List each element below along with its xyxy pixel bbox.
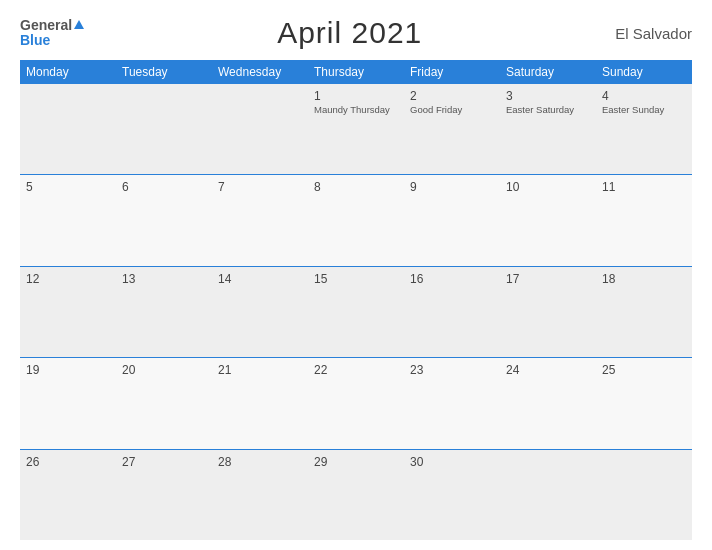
calendar-grid: Monday Tuesday Wednesday Thursday Friday… — [20, 60, 692, 540]
country-label: El Salvador — [615, 25, 692, 42]
day-number: 6 — [122, 180, 206, 194]
day-cell-1-2 — [116, 84, 212, 174]
day-cell-2-4: 8 — [308, 175, 404, 265]
weeks-container: 1Maundy Thursday2Good Friday3Easter Satu… — [20, 84, 692, 540]
day-cell-4-7: 25 — [596, 358, 692, 448]
day-cell-4-2: 20 — [116, 358, 212, 448]
day-cell-5-3: 28 — [212, 450, 308, 540]
day-cell-2-5: 9 — [404, 175, 500, 265]
holiday-name: Easter Saturday — [506, 104, 590, 115]
day-cell-3-1: 12 — [20, 267, 116, 357]
header-wednesday: Wednesday — [212, 60, 308, 84]
day-number: 15 — [314, 272, 398, 286]
day-cell-5-6 — [500, 450, 596, 540]
day-cell-1-4: 1Maundy Thursday — [308, 84, 404, 174]
day-number: 24 — [506, 363, 590, 377]
header-friday: Friday — [404, 60, 500, 84]
day-cell-4-5: 23 — [404, 358, 500, 448]
calendar-container: General Blue April 2021 El Salvador Mond… — [0, 0, 712, 550]
day-cell-1-6: 3Easter Saturday — [500, 84, 596, 174]
holiday-name: Good Friday — [410, 104, 494, 115]
day-number: 27 — [122, 455, 206, 469]
day-cell-3-2: 13 — [116, 267, 212, 357]
day-cell-2-1: 5 — [20, 175, 116, 265]
day-cell-4-6: 24 — [500, 358, 596, 448]
day-cell-5-5: 30 — [404, 450, 500, 540]
day-cell-5-7 — [596, 450, 692, 540]
day-cell-3-7: 18 — [596, 267, 692, 357]
day-cell-2-7: 11 — [596, 175, 692, 265]
day-number: 12 — [26, 272, 110, 286]
day-number: 26 — [26, 455, 110, 469]
day-cell-1-7: 4Easter Sunday — [596, 84, 692, 174]
day-cell-1-5: 2Good Friday — [404, 84, 500, 174]
month-title: April 2021 — [277, 16, 422, 50]
day-number: 3 — [506, 89, 590, 103]
logo: General Blue — [20, 18, 84, 49]
day-number: 11 — [602, 180, 686, 194]
day-number: 20 — [122, 363, 206, 377]
day-number: 29 — [314, 455, 398, 469]
header-tuesday: Tuesday — [116, 60, 212, 84]
day-cell-4-1: 19 — [20, 358, 116, 448]
day-cell-1-1 — [20, 84, 116, 174]
day-cell-3-5: 16 — [404, 267, 500, 357]
logo-triangle-icon — [74, 20, 84, 29]
day-cell-2-6: 10 — [500, 175, 596, 265]
day-number: 17 — [506, 272, 590, 286]
logo-blue-text: Blue — [20, 33, 84, 48]
day-cell-3-3: 14 — [212, 267, 308, 357]
day-cell-3-6: 17 — [500, 267, 596, 357]
day-cell-2-2: 6 — [116, 175, 212, 265]
calendar-header: General Blue April 2021 El Salvador — [20, 16, 692, 50]
header-monday: Monday — [20, 60, 116, 84]
day-number: 21 — [218, 363, 302, 377]
week-row-3: 12131415161718 — [20, 267, 692, 358]
day-number: 1 — [314, 89, 398, 103]
week-row-1: 1Maundy Thursday2Good Friday3Easter Satu… — [20, 84, 692, 175]
day-cell-1-3 — [212, 84, 308, 174]
day-number: 10 — [506, 180, 590, 194]
logo-general-text: General — [20, 18, 72, 33]
day-number: 18 — [602, 272, 686, 286]
day-number: 4 — [602, 89, 686, 103]
day-number: 16 — [410, 272, 494, 286]
week-row-4: 19202122232425 — [20, 358, 692, 449]
day-headers-row: Monday Tuesday Wednesday Thursday Friday… — [20, 60, 692, 84]
day-cell-4-3: 21 — [212, 358, 308, 448]
day-cell-5-1: 26 — [20, 450, 116, 540]
day-number: 13 — [122, 272, 206, 286]
day-number: 23 — [410, 363, 494, 377]
day-cell-5-4: 29 — [308, 450, 404, 540]
holiday-name: Maundy Thursday — [314, 104, 398, 115]
week-row-5: 2627282930 — [20, 450, 692, 540]
day-number: 19 — [26, 363, 110, 377]
day-number: 2 — [410, 89, 494, 103]
day-number: 9 — [410, 180, 494, 194]
day-number: 28 — [218, 455, 302, 469]
header-saturday: Saturday — [500, 60, 596, 84]
day-cell-3-4: 15 — [308, 267, 404, 357]
week-row-2: 567891011 — [20, 175, 692, 266]
day-number: 8 — [314, 180, 398, 194]
day-number: 30 — [410, 455, 494, 469]
day-number: 7 — [218, 180, 302, 194]
header-thursday: Thursday — [308, 60, 404, 84]
day-cell-2-3: 7 — [212, 175, 308, 265]
header-sunday: Sunday — [596, 60, 692, 84]
holiday-name: Easter Sunday — [602, 104, 686, 115]
day-number: 22 — [314, 363, 398, 377]
day-number: 25 — [602, 363, 686, 377]
day-number: 5 — [26, 180, 110, 194]
day-cell-5-2: 27 — [116, 450, 212, 540]
day-number: 14 — [218, 272, 302, 286]
day-cell-4-4: 22 — [308, 358, 404, 448]
